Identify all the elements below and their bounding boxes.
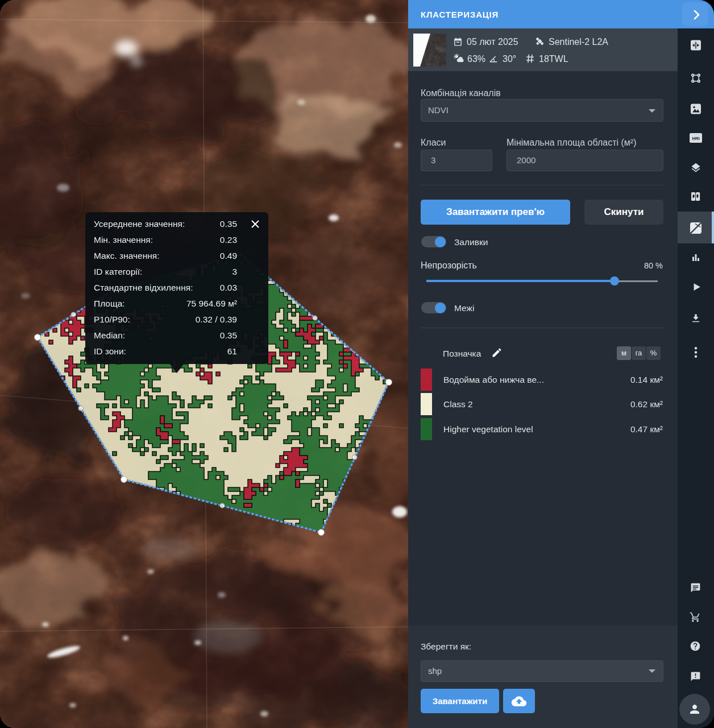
svg-text:HRI: HRI (692, 136, 699, 141)
